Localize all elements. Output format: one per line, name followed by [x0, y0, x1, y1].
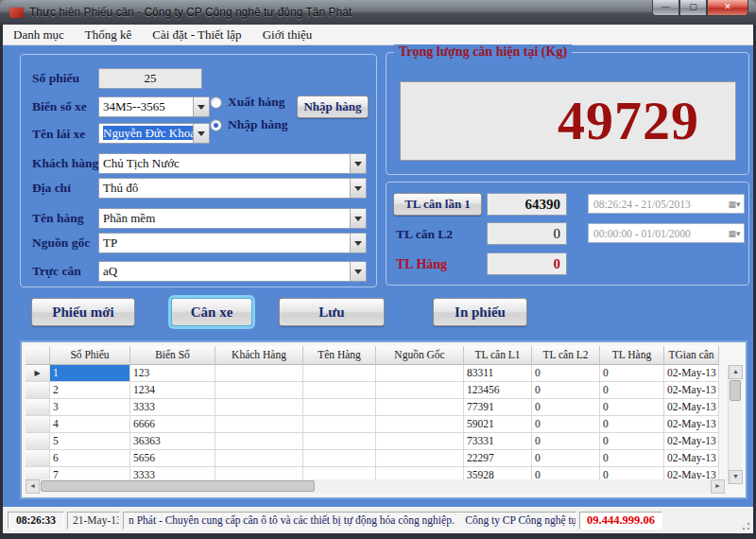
resize-grip-icon[interactable]	[739, 519, 751, 531]
table-cell[interactable]	[215, 433, 303, 450]
table-row[interactable]: ▶1123833110002-May-13	[26, 365, 719, 382]
row-selector-cell[interactable]	[26, 382, 50, 399]
so-phieu-input[interactable]: 25	[98, 68, 202, 89]
row-selector-cell[interactable]	[26, 416, 50, 433]
menu-thong-ke[interactable]: Thống kê	[75, 25, 142, 44]
table-cell[interactable]: 2	[50, 382, 130, 399]
table-cell[interactable]: 5656	[130, 450, 215, 467]
chevron-down-icon[interactable]	[350, 262, 366, 281]
table-cell[interactable]: 0	[532, 433, 600, 450]
calendar-icon[interactable]: ▦▾	[725, 200, 744, 209]
table-cell[interactable]	[376, 433, 464, 450]
table-cell[interactable]: 4	[50, 416, 130, 433]
table-cell[interactable]: 1	[50, 365, 130, 382]
minimize-button[interactable]: —	[652, 0, 679, 16]
horizontal-scrollbar[interactable]: ◄ ►	[26, 479, 725, 494]
scroll-right-icon[interactable]: ►	[711, 479, 725, 494]
chevron-down-icon[interactable]	[350, 234, 366, 252]
column-header[interactable]: TGian cân	[664, 346, 719, 365]
table-cell[interactable]: 0	[600, 365, 664, 382]
table-cell[interactable]	[303, 450, 376, 467]
radio-nhap-hang[interactable]: Nhập hàng	[210, 117, 287, 132]
column-header[interactable]: Khách Hàng	[215, 346, 303, 365]
column-header[interactable]: Biển Số	[130, 346, 215, 365]
column-header[interactable]: TL cân L1	[464, 346, 532, 365]
chevron-down-icon[interactable]	[350, 179, 366, 198]
table-row[interactable]: 65656222970002-May-13	[26, 450, 719, 467]
vscroll-thumb[interactable]	[730, 380, 741, 401]
table-row[interactable]: 33333773910002-May-13	[26, 399, 719, 416]
column-header[interactable]: Tên Hàng	[303, 346, 376, 365]
table-cell[interactable]	[215, 382, 303, 399]
dia-chi-combo[interactable]: Thủ đô	[98, 178, 367, 199]
menu-cai-dat[interactable]: Cài đặt - Thiết lập	[142, 25, 251, 44]
tl2-datetime-picker[interactable]: 00:00:00 - 01/01/2000 ▦▾	[588, 223, 745, 243]
table-cell[interactable]: 73331	[464, 433, 532, 450]
table-cell[interactable]: 0	[600, 416, 664, 433]
table-cell[interactable]: 6	[50, 450, 130, 467]
table-row[interactable]: 46666590210002-May-13	[26, 416, 719, 433]
column-header[interactable]: Nguồn Gốc	[376, 346, 464, 365]
chevron-down-icon[interactable]	[350, 209, 366, 228]
table-cell[interactable]: 3333	[130, 399, 215, 416]
table-cell[interactable]: 02-May-13	[664, 433, 719, 450]
title-bar[interactable]: Thực hiện Phiếu cân - Công ty CP Công ng…	[0, 0, 756, 25]
table-cell[interactable]: 83311	[464, 365, 532, 382]
table-cell[interactable]: 0	[532, 399, 600, 416]
menu-gioi-thieu[interactable]: Giới thiệu	[252, 25, 323, 44]
scroll-left-icon[interactable]: ◄	[26, 479, 40, 494]
table-cell[interactable]: 3	[50, 399, 130, 416]
table-cell[interactable]	[376, 382, 464, 399]
table-cell[interactable]: 1234	[130, 382, 215, 399]
table-cell[interactable]: 02-May-13	[664, 399, 719, 416]
table-cell[interactable]: 0	[600, 433, 664, 450]
column-header[interactable]: Số Phiếu	[50, 346, 130, 365]
table-row[interactable]: 212341234560002-May-13	[26, 382, 719, 399]
tl-can-lan-1-button[interactable]: TL cân lần 1	[393, 193, 482, 216]
in-phieu-button[interactable]: In phiếu	[433, 298, 527, 326]
khach-hang-combo[interactable]: Chủ Tịch Nước	[98, 153, 367, 174]
table-cell[interactable]: 0	[532, 416, 600, 433]
table-cell[interactable]	[303, 416, 376, 433]
table-cell[interactable]: 5	[50, 433, 130, 450]
chevron-down-icon[interactable]	[193, 124, 209, 143]
can-xe-button[interactable]: Cân xe	[171, 298, 252, 326]
table-cell[interactable]: 02-May-13	[664, 382, 719, 399]
column-header[interactable]: TL Hàng	[600, 346, 664, 365]
menu-danh-muc[interactable]: Danh mục	[3, 25, 75, 44]
chevron-down-icon[interactable]	[193, 97, 209, 116]
table-cell[interactable]: 22297	[464, 450, 532, 467]
table-cell[interactable]: 0	[600, 399, 664, 416]
table-cell[interactable]: 0	[532, 365, 600, 382]
table-cell[interactable]	[303, 365, 376, 382]
table-cell[interactable]	[215, 416, 303, 433]
table-cell[interactable]: 6666	[130, 416, 215, 433]
row-selector-cell[interactable]	[26, 433, 50, 450]
bien-so-xe-combo[interactable]: 34M5--3565	[98, 96, 210, 117]
calendar-icon[interactable]: ▦▾	[725, 229, 744, 238]
column-header[interactable]: TL cân L2	[532, 346, 600, 365]
close-button[interactable]: ✕	[707, 0, 748, 16]
vertical-scrollbar[interactable]: ▲ ▼	[728, 365, 742, 484]
scroll-up-icon[interactable]: ▲	[729, 365, 743, 379]
table-cell[interactable]: 0	[600, 382, 664, 399]
table-cell[interactable]: 77391	[464, 399, 532, 416]
table-cell[interactable]	[376, 450, 464, 467]
table-cell[interactable]: 123	[130, 365, 215, 382]
table-cell[interactable]	[376, 365, 464, 382]
table-cell[interactable]	[303, 382, 376, 399]
scroll-down-icon[interactable]: ▼	[729, 470, 743, 484]
table-cell[interactable]	[376, 416, 464, 433]
nguon-goc-combo[interactable]: TP	[98, 233, 367, 253]
tl1-datetime-picker[interactable]: 08:26:24 - 21/05/2013 ▦▾	[588, 194, 745, 214]
nhap-hang-button[interactable]: Nhập hàng	[297, 96, 369, 118]
table-cell[interactable]	[215, 399, 303, 416]
table-cell[interactable]	[303, 433, 376, 450]
table-cell[interactable]: 02-May-13	[664, 365, 719, 382]
maximize-button[interactable]: ▢	[679, 0, 707, 16]
ten-lai-xe-combo[interactable]: Nguyễn Đức Khoa	[98, 123, 210, 144]
table-cell[interactable]: 02-May-13	[664, 450, 719, 467]
truc-can-combo[interactable]: aQ	[98, 261, 367, 282]
table-cell[interactable]	[215, 365, 303, 382]
table-cell[interactable]: 0	[532, 382, 600, 399]
